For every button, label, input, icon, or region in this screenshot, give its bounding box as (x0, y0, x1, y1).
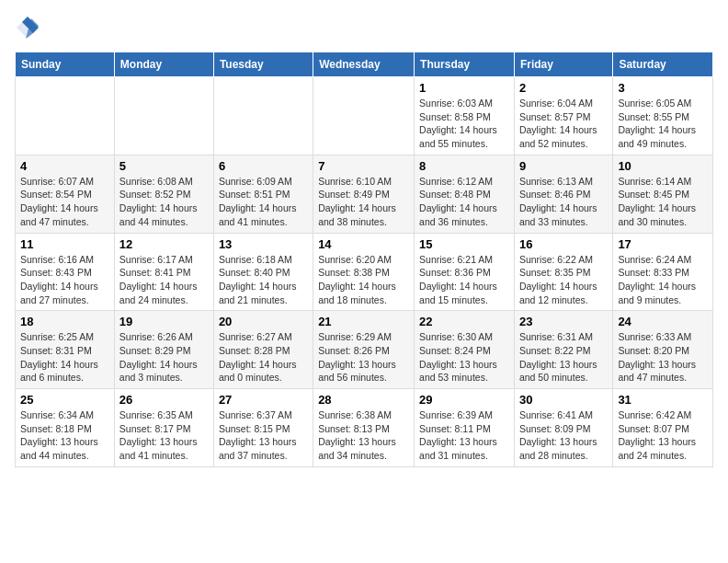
day-cell: 17Sunrise: 6:24 AM Sunset: 8:33 PM Dayli… (613, 233, 713, 311)
day-cell: 9Sunrise: 6:13 AM Sunset: 8:46 PM Daylig… (514, 155, 612, 233)
day-cell: 3Sunrise: 6:05 AM Sunset: 8:55 PM Daylig… (613, 77, 713, 155)
day-cell: 14Sunrise: 6:20 AM Sunset: 8:38 PM Dayli… (313, 233, 415, 311)
day-info: Sunrise: 6:18 AM Sunset: 8:40 PM Dayligh… (219, 253, 308, 307)
day-number: 29 (419, 393, 509, 407)
week-row-3: 18Sunrise: 6:25 AM Sunset: 8:31 PM Dayli… (16, 311, 713, 389)
day-number: 13 (219, 237, 308, 251)
day-number: 27 (219, 393, 308, 407)
week-row-0: 1Sunrise: 6:03 AM Sunset: 8:58 PM Daylig… (16, 77, 713, 155)
day-info: Sunrise: 6:16 AM Sunset: 8:43 PM Dayligh… (20, 253, 109, 307)
day-info: Sunrise: 6:21 AM Sunset: 8:36 PM Dayligh… (419, 253, 509, 307)
day-number: 30 (519, 393, 608, 407)
day-cell: 1Sunrise: 6:03 AM Sunset: 8:58 PM Daylig… (415, 77, 515, 155)
day-info: Sunrise: 6:37 AM Sunset: 8:15 PM Dayligh… (219, 408, 308, 463)
day-number: 31 (618, 393, 708, 407)
day-number: 22 (419, 315, 509, 328)
col-header-saturday: Saturday (613, 52, 713, 77)
day-number: 6 (219, 159, 308, 173)
day-number: 23 (519, 315, 608, 328)
day-cell: 18Sunrise: 6:25 AM Sunset: 8:31 PM Dayli… (16, 311, 115, 389)
col-header-thursday: Thursday (415, 52, 515, 77)
day-number: 15 (419, 237, 509, 251)
day-cell: 4Sunrise: 6:07 AM Sunset: 8:54 PM Daylig… (16, 155, 115, 233)
day-info: Sunrise: 6:04 AM Sunset: 8:57 PM Dayligh… (519, 97, 608, 151)
day-info: Sunrise: 6:24 AM Sunset: 8:33 PM Dayligh… (618, 253, 708, 307)
col-header-tuesday: Tuesday (213, 52, 313, 77)
day-info: Sunrise: 6:10 AM Sunset: 8:49 PM Dayligh… (318, 175, 409, 229)
day-info: Sunrise: 6:20 AM Sunset: 8:38 PM Dayligh… (318, 253, 409, 307)
day-info: Sunrise: 6:35 AM Sunset: 8:17 PM Dayligh… (119, 408, 209, 463)
day-number: 4 (20, 159, 109, 173)
day-number: 10 (618, 159, 708, 173)
day-cell: 29Sunrise: 6:39 AM Sunset: 8:11 PM Dayli… (415, 389, 515, 467)
day-cell: 12Sunrise: 6:17 AM Sunset: 8:41 PM Dayli… (114, 233, 213, 311)
day-info: Sunrise: 6:14 AM Sunset: 8:45 PM Dayligh… (618, 175, 708, 229)
day-cell: 22Sunrise: 6:30 AM Sunset: 8:24 PM Dayli… (415, 311, 515, 389)
day-number: 24 (618, 315, 708, 328)
day-cell: 16Sunrise: 6:22 AM Sunset: 8:35 PM Dayli… (514, 233, 612, 311)
day-info: Sunrise: 6:39 AM Sunset: 8:11 PM Dayligh… (419, 408, 509, 463)
week-row-1: 4Sunrise: 6:07 AM Sunset: 8:54 PM Daylig… (16, 155, 713, 233)
day-info: Sunrise: 6:34 AM Sunset: 8:18 PM Dayligh… (20, 408, 109, 463)
day-number: 28 (318, 393, 409, 407)
day-info: Sunrise: 6:30 AM Sunset: 8:24 PM Dayligh… (419, 330, 509, 385)
day-number: 17 (618, 237, 708, 251)
day-cell (16, 77, 115, 155)
logo (15, 15, 44, 40)
day-cell (114, 77, 213, 155)
day-number: 16 (519, 237, 608, 251)
day-info: Sunrise: 6:33 AM Sunset: 8:20 PM Dayligh… (618, 330, 708, 385)
day-cell: 19Sunrise: 6:26 AM Sunset: 8:29 PM Dayli… (114, 311, 213, 389)
day-number: 1 (419, 81, 509, 95)
day-cell (313, 77, 415, 155)
col-header-monday: Monday (114, 52, 213, 77)
day-cell: 5Sunrise: 6:08 AM Sunset: 8:52 PM Daylig… (114, 155, 213, 233)
day-number: 26 (119, 393, 209, 407)
day-cell: 31Sunrise: 6:42 AM Sunset: 8:07 PM Dayli… (613, 389, 713, 467)
day-info: Sunrise: 6:25 AM Sunset: 8:31 PM Dayligh… (20, 330, 109, 385)
day-info: Sunrise: 6:27 AM Sunset: 8:28 PM Dayligh… (219, 330, 308, 385)
day-cell: 6Sunrise: 6:09 AM Sunset: 8:51 PM Daylig… (213, 155, 313, 233)
week-row-2: 11Sunrise: 6:16 AM Sunset: 8:43 PM Dayli… (16, 233, 713, 311)
day-info: Sunrise: 6:38 AM Sunset: 8:13 PM Dayligh… (318, 408, 409, 463)
day-info: Sunrise: 6:29 AM Sunset: 8:26 PM Dayligh… (318, 330, 409, 385)
day-info: Sunrise: 6:05 AM Sunset: 8:55 PM Dayligh… (618, 97, 708, 151)
day-info: Sunrise: 6:09 AM Sunset: 8:51 PM Dayligh… (219, 175, 308, 229)
col-header-sunday: Sunday (16, 52, 115, 77)
day-info: Sunrise: 6:31 AM Sunset: 8:22 PM Dayligh… (519, 330, 608, 385)
day-cell: 21Sunrise: 6:29 AM Sunset: 8:26 PM Dayli… (313, 311, 415, 389)
calendar-table: SundayMondayTuesdayWednesdayThursdayFrid… (15, 52, 713, 467)
day-cell: 15Sunrise: 6:21 AM Sunset: 8:36 PM Dayli… (415, 233, 515, 311)
day-cell: 13Sunrise: 6:18 AM Sunset: 8:40 PM Dayli… (213, 233, 313, 311)
day-number: 21 (318, 315, 409, 328)
day-info: Sunrise: 6:03 AM Sunset: 8:58 PM Dayligh… (419, 97, 509, 151)
week-row-4: 25Sunrise: 6:34 AM Sunset: 8:18 PM Dayli… (16, 389, 713, 467)
day-info: Sunrise: 6:26 AM Sunset: 8:29 PM Dayligh… (119, 330, 209, 385)
day-cell: 10Sunrise: 6:14 AM Sunset: 8:45 PM Dayli… (613, 155, 713, 233)
day-info: Sunrise: 6:07 AM Sunset: 8:54 PM Dayligh… (20, 175, 109, 229)
day-cell: 8Sunrise: 6:12 AM Sunset: 8:48 PM Daylig… (415, 155, 515, 233)
day-cell: 7Sunrise: 6:10 AM Sunset: 8:49 PM Daylig… (313, 155, 415, 233)
day-cell: 11Sunrise: 6:16 AM Sunset: 8:43 PM Dayli… (16, 233, 115, 311)
day-info: Sunrise: 6:08 AM Sunset: 8:52 PM Dayligh… (119, 175, 209, 229)
day-number: 18 (20, 315, 109, 328)
day-cell: 27Sunrise: 6:37 AM Sunset: 8:15 PM Dayli… (213, 389, 313, 467)
day-cell: 26Sunrise: 6:35 AM Sunset: 8:17 PM Dayli… (114, 389, 213, 467)
day-number: 14 (318, 237, 409, 251)
day-number: 8 (419, 159, 509, 173)
day-info: Sunrise: 6:17 AM Sunset: 8:41 PM Dayligh… (119, 253, 209, 307)
header (15, 15, 713, 40)
day-cell: 30Sunrise: 6:41 AM Sunset: 8:09 PM Dayli… (514, 389, 612, 467)
day-cell: 24Sunrise: 6:33 AM Sunset: 8:20 PM Dayli… (613, 311, 713, 389)
day-cell: 2Sunrise: 6:04 AM Sunset: 8:57 PM Daylig… (514, 77, 612, 155)
day-number: 11 (20, 237, 109, 251)
col-header-friday: Friday (514, 52, 612, 77)
day-number: 9 (519, 159, 608, 173)
day-info: Sunrise: 6:13 AM Sunset: 8:46 PM Dayligh… (519, 175, 608, 229)
day-number: 20 (219, 315, 308, 328)
day-number: 3 (618, 81, 708, 95)
day-cell: 20Sunrise: 6:27 AM Sunset: 8:28 PM Dayli… (213, 311, 313, 389)
day-cell (213, 77, 313, 155)
day-cell: 25Sunrise: 6:34 AM Sunset: 8:18 PM Dayli… (16, 389, 115, 467)
logo-icon (15, 15, 40, 40)
